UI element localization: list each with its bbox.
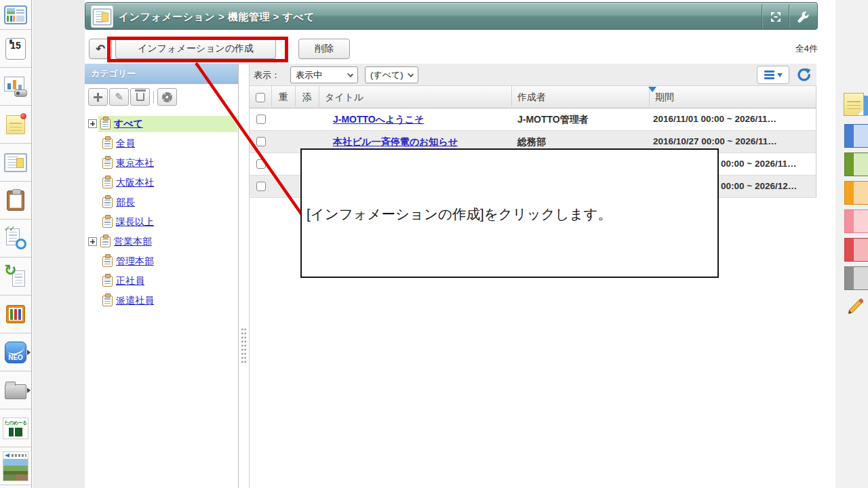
dock-item-cabinet[interactable] — [0, 371, 31, 409]
pencil-icon — [115, 91, 123, 103]
bulletin-board-icon — [4, 153, 27, 172]
category-toolbar — [85, 84, 238, 110]
settings-button[interactable] — [789, 4, 816, 29]
category-icon — [102, 138, 113, 149]
dock-item-facility[interactable] — [0, 68, 31, 106]
green-note-swatch[interactable] — [844, 152, 868, 176]
category-tree: すべて 全員 東京本社 大阪本社 部長 課長以上 — [85, 110, 238, 310]
refresh-icon — [795, 66, 812, 83]
delete-category-button[interactable] — [130, 88, 150, 106]
category-item[interactable]: 部長 — [85, 192, 238, 212]
panel-splitter[interactable] — [239, 64, 250, 488]
dock-item-tanomeru[interactable]: たのめーる — [0, 409, 31, 447]
filter-bar: 表示： 表示中 (すべて) — [250, 64, 816, 86]
pink-note-swatch[interactable] — [844, 209, 868, 233]
category-icon — [102, 178, 113, 188]
category-icon — [100, 237, 111, 247]
delete-button[interactable]: 削除 — [298, 39, 350, 59]
gray-note-swatch[interactable] — [844, 266, 868, 290]
bulletin-board-icon — [93, 8, 112, 25]
dock-item-workflow[interactable]: ✓✓ — [0, 220, 31, 258]
dock-item-neo[interactable]: NEO — [0, 333, 31, 371]
category-item[interactable]: 派遣社員 — [85, 291, 238, 310]
dock-item-todo[interactable] — [0, 106, 31, 144]
category-item[interactable]: 全員 — [85, 134, 238, 153]
left-gap — [33, 0, 85, 488]
dock-item-partial — [0, 485, 31, 488]
category-item[interactable]: 東京本社 — [85, 153, 238, 173]
tanomeru-icon: たのめーる — [3, 418, 28, 439]
clipboard-icon — [7, 190, 24, 211]
app-dock: 15 ✓✓ ↻ NEO たのめーる — [0, 0, 32, 488]
maximize-button[interactable] — [762, 4, 789, 29]
category-settings-button[interactable] — [157, 88, 177, 106]
row-checkbox[interactable] — [256, 115, 266, 124]
breadcrumb-title: インフォメーション > 機能管理 > すべて — [119, 3, 315, 30]
dock-item-portal[interactable] — [0, 0, 31, 30]
highlight-red-box — [107, 37, 288, 62]
plus-icon — [94, 93, 102, 102]
edit-category-button[interactable] — [109, 88, 129, 106]
row-creator: J-MOTTO管理者 — [517, 108, 589, 130]
category-item[interactable]: 課長以上 — [85, 212, 238, 232]
circulation-icon: ↻ — [5, 266, 26, 287]
status-filter-select[interactable]: 表示中 — [290, 66, 358, 83]
category-icon — [100, 119, 111, 129]
row-title-link[interactable]: J-MOTTOへようこそ — [333, 108, 424, 130]
red-note-swatch[interactable] — [844, 238, 868, 262]
splitter-grip[interactable] — [241, 327, 247, 364]
select-all-checkbox[interactable] — [256, 93, 265, 102]
refresh-button[interactable] — [795, 66, 813, 84]
expand-plus-icon[interactable] — [88, 119, 97, 128]
row-checkbox[interactable] — [256, 137, 266, 146]
category-item-all[interactable]: すべて — [85, 114, 238, 134]
column-important[interactable]: 重 — [272, 86, 296, 108]
add-category-button[interactable] — [88, 88, 108, 106]
column-period[interactable]: 期間 — [650, 86, 816, 108]
flyout-arrow-icon — [27, 350, 31, 355]
dock-item-minutes[interactable] — [0, 182, 31, 220]
table-header: 重 添 タイトル 作成者 期間 — [250, 86, 816, 108]
pencil-tool-icon[interactable] — [845, 296, 867, 320]
column-attachment[interactable]: 添 — [296, 86, 319, 108]
total-count: 全4件 — [763, 43, 818, 55]
chevron-down-icon — [347, 71, 353, 77]
tutorial-callout: [インフォメーションの作成]をクリックします。 — [300, 148, 719, 278]
column-title[interactable]: タイトル — [319, 86, 512, 108]
category-item[interactable]: 管理本部 — [85, 251, 238, 271]
category-item[interactable]: 大阪本社 — [85, 173, 238, 192]
dock-item-circulation[interactable]: ↻ — [0, 258, 31, 296]
sticky-note-tool-icon[interactable] — [842, 92, 868, 123]
column-creator[interactable]: 作成者 — [512, 86, 650, 108]
category-icon — [102, 296, 113, 306]
category-item[interactable]: 営業本部 — [85, 232, 238, 251]
wrench-icon — [796, 10, 809, 23]
sort-descending-icon — [648, 87, 656, 92]
row-checkbox[interactable] — [256, 159, 266, 169]
select-all-cell — [250, 86, 272, 108]
travel-banner-icon — [3, 451, 28, 481]
list-menu-button[interactable] — [757, 66, 789, 84]
dock-item-travel-banner[interactable] — [0, 447, 31, 485]
toolbar-divider — [153, 92, 154, 103]
dock-item-document[interactable] — [0, 296, 31, 333]
row-checkbox[interactable] — [256, 182, 266, 191]
row-period: 00:00 ~ 2026/12… — [721, 176, 797, 197]
right-icon-strip — [835, 0, 868, 488]
sticky-note-icon — [6, 115, 25, 134]
dock-item-information[interactable] — [0, 144, 31, 182]
blue-note-swatch[interactable] — [844, 124, 868, 148]
neo-icon: NEO — [5, 342, 26, 363]
category-item[interactable]: 正社員 — [85, 271, 238, 291]
information-module-icon — [91, 5, 113, 28]
category-icon — [102, 276, 113, 287]
bookshelf-icon — [6, 305, 25, 323]
trash-icon — [136, 93, 144, 101]
expand-plus-icon[interactable] — [88, 237, 97, 246]
portal-icon — [4, 5, 27, 24]
dock-item-schedule[interactable]: 15 — [0, 30, 31, 68]
table-row[interactable]: J-MOTTOへようこそ J-MOTTO管理者 2016/11/01 00:00… — [250, 108, 816, 131]
scope-filter-select[interactable]: (すべて) — [365, 66, 418, 83]
orange-note-swatch[interactable] — [844, 181, 868, 205]
neo-label: NEO — [8, 354, 23, 361]
